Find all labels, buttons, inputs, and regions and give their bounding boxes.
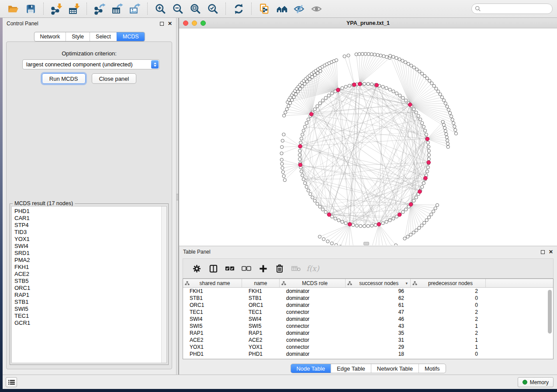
network-node[interactable] bbox=[381, 222, 384, 225]
table-scrollbar-thumb[interactable] bbox=[548, 290, 552, 334]
network-node[interactable] bbox=[301, 174, 304, 177]
network-canvas[interactable] bbox=[179, 28, 557, 245]
network-node[interactable] bbox=[446, 145, 450, 148]
mcds-node[interactable] bbox=[298, 163, 302, 167]
network-node[interactable] bbox=[410, 64, 413, 67]
network-node[interactable] bbox=[385, 86, 388, 89]
network-node[interactable] bbox=[341, 220, 344, 224]
search-field[interactable] bbox=[471, 3, 553, 14]
open-session-button[interactable] bbox=[4, 2, 22, 16]
network-node[interactable] bbox=[446, 139, 449, 142]
zoom-selected-button[interactable] bbox=[204, 2, 221, 16]
tab-network[interactable]: Network bbox=[34, 32, 66, 41]
network-node[interactable] bbox=[355, 53, 358, 56]
network-node[interactable] bbox=[282, 133, 285, 136]
network-node[interactable] bbox=[301, 85, 304, 88]
tab-edge-table[interactable]: Edge Table bbox=[331, 364, 371, 373]
network-node[interactable] bbox=[401, 210, 405, 213]
horizontal-splitter-grip[interactable] bbox=[363, 242, 369, 245]
first-neighbors-button[interactable] bbox=[273, 2, 291, 16]
import-network-button[interactable] bbox=[48, 2, 65, 16]
network-node[interactable] bbox=[392, 55, 395, 58]
network-node[interactable] bbox=[427, 153, 430, 156]
table-row[interactable]: TEC1TEC1connector472 bbox=[183, 309, 553, 316]
vertical-splitter-grip[interactable] bbox=[176, 194, 178, 200]
network-node[interactable] bbox=[358, 52, 361, 55]
network-node[interactable] bbox=[374, 224, 377, 227]
table-row[interactable]: SWI5SWI5connector431 bbox=[183, 323, 553, 330]
network-node[interactable] bbox=[321, 208, 324, 211]
network-node[interactable] bbox=[442, 123, 445, 126]
network-node[interactable] bbox=[445, 136, 448, 139]
network-node[interactable] bbox=[330, 92, 333, 95]
table-options-button[interactable] bbox=[188, 261, 205, 276]
close-panel-icon[interactable]: ✕ bbox=[168, 22, 172, 26]
network-node[interactable] bbox=[364, 52, 367, 55]
network-window-titlebar[interactable]: YPA_prune.txt_1 bbox=[179, 18, 557, 28]
network-node[interactable] bbox=[299, 141, 302, 144]
network-node[interactable] bbox=[283, 179, 286, 182]
network-node[interactable] bbox=[392, 217, 395, 220]
network-node[interactable] bbox=[313, 108, 316, 111]
network-node[interactable] bbox=[324, 210, 327, 213]
network-node[interactable] bbox=[437, 90, 440, 93]
network-node[interactable] bbox=[415, 111, 418, 114]
hide-selected-button[interactable] bbox=[291, 2, 308, 16]
table-row[interactable]: FKH1FKH1dominator962 bbox=[183, 288, 553, 295]
network-node[interactable] bbox=[367, 83, 370, 86]
network-node[interactable] bbox=[423, 74, 426, 77]
network-node[interactable] bbox=[418, 70, 421, 73]
network-node[interactable] bbox=[423, 221, 426, 224]
table-row[interactable]: STB1STB1dominator620 bbox=[183, 295, 553, 302]
network-node[interactable] bbox=[316, 202, 319, 205]
network-node[interactable] bbox=[302, 178, 305, 181]
network-node[interactable] bbox=[454, 128, 457, 131]
network-node[interactable] bbox=[445, 133, 448, 136]
zoom-fit-button[interactable] bbox=[187, 2, 204, 16]
close-table-panel-icon[interactable]: ✕ bbox=[549, 250, 553, 254]
optimization-criterion-select[interactable]: largest connected component (undirected) bbox=[22, 59, 159, 69]
mcds-node[interactable] bbox=[427, 161, 431, 165]
network-node[interactable] bbox=[454, 132, 457, 135]
network-node[interactable] bbox=[370, 224, 374, 227]
network-node[interactable] bbox=[367, 52, 370, 55]
network-node[interactable] bbox=[442, 99, 445, 102]
network-node[interactable] bbox=[330, 242, 333, 245]
network-node[interactable] bbox=[426, 141, 429, 144]
mcds-node[interactable] bbox=[377, 223, 381, 227]
network-node[interactable] bbox=[316, 105, 319, 108]
show-columns-button[interactable] bbox=[205, 261, 221, 276]
network-node[interactable] bbox=[427, 216, 430, 219]
network-node[interactable] bbox=[446, 142, 449, 145]
network-node[interactable] bbox=[440, 96, 443, 99]
network-node[interactable] bbox=[415, 229, 418, 232]
network-node[interactable] bbox=[287, 104, 290, 107]
float-panel-icon[interactable] bbox=[160, 22, 164, 26]
network-node[interactable] bbox=[395, 92, 398, 95]
mcds-node[interactable] bbox=[327, 213, 331, 217]
mcds-node[interactable] bbox=[408, 103, 412, 107]
network-node[interactable] bbox=[300, 137, 303, 140]
network-node[interactable] bbox=[428, 79, 431, 82]
network-node[interactable] bbox=[453, 125, 456, 128]
network-node[interactable] bbox=[422, 125, 425, 128]
network-node[interactable] bbox=[401, 96, 405, 100]
network-node[interactable] bbox=[359, 224, 362, 227]
network-node[interactable] bbox=[302, 129, 305, 132]
network-node[interactable] bbox=[298, 153, 301, 156]
network-node[interactable] bbox=[337, 219, 340, 222]
task-history-button[interactable] bbox=[6, 377, 17, 387]
network-node[interactable] bbox=[382, 55, 385, 58]
mcds-node[interactable] bbox=[409, 203, 413, 206]
column-header-shared-name[interactable]: shared name bbox=[183, 279, 242, 287]
deselect-all-columns-button[interactable] bbox=[238, 261, 255, 276]
network-node[interactable] bbox=[430, 82, 433, 85]
network-node[interactable] bbox=[318, 235, 321, 238]
network-node[interactable] bbox=[427, 145, 430, 148]
network-node[interactable] bbox=[318, 205, 322, 208]
network-node[interactable] bbox=[403, 237, 406, 240]
network-node[interactable] bbox=[292, 96, 295, 99]
mcds-node[interactable] bbox=[418, 190, 422, 194]
network-node[interactable] bbox=[307, 118, 310, 121]
network-node[interactable] bbox=[443, 126, 446, 129]
